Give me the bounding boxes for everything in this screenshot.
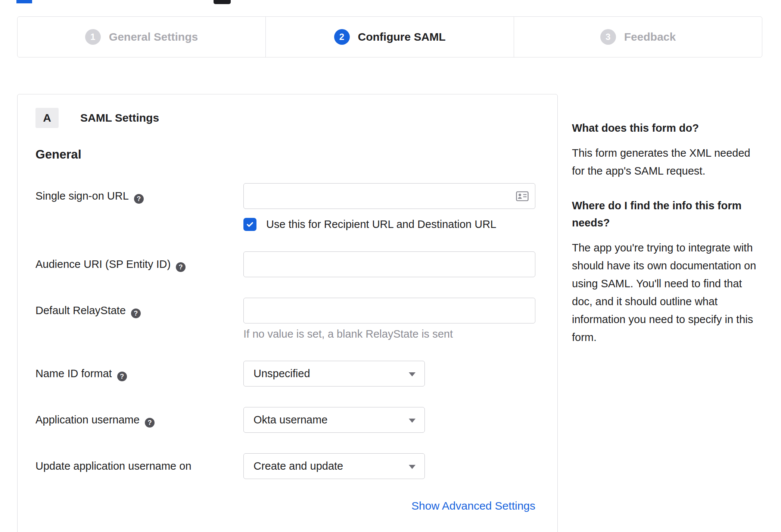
checkmark-icon — [246, 220, 254, 229]
step-label: Configure SAML — [358, 31, 446, 43]
name-id-format-label-wrap: Name ID format? — [35, 361, 243, 387]
wizard-stepper: 1 General Settings 2 Configure SAML 3 Fe… — [17, 16, 762, 57]
name-id-format-help-icon[interactable]: ? — [117, 372, 127, 381]
name-id-format-selected: Unspecified — [253, 367, 310, 380]
step-configure-saml[interactable]: 2 Configure SAML — [265, 17, 514, 57]
sso-url-row: Single sign-on URL? — [35, 183, 539, 231]
update-username-label: Update application username on — [35, 460, 192, 472]
audience-uri-row: Audience URI (SP Entity ID)? — [35, 251, 539, 277]
section-a-badge: A — [35, 108, 59, 128]
general-group-title: General — [35, 147, 539, 162]
step-label: General Settings — [109, 31, 198, 43]
step-feedback[interactable]: 3 Feedback — [514, 17, 762, 57]
relay-state-help-icon[interactable]: ? — [131, 309, 141, 318]
audience-uri-help-icon[interactable]: ? — [176, 262, 186, 272]
application-username-help-icon[interactable]: ? — [145, 418, 155, 428]
update-username-label-wrap: Update application username on — [35, 453, 243, 479]
show-advanced-settings-link[interactable]: Show Advanced Settings — [411, 500, 535, 512]
step-number-badge: 3 — [600, 29, 616, 45]
help-heading-what: What does this form do? — [572, 119, 760, 137]
cropped-settings-icon-fragment — [214, 0, 231, 4]
application-username-label-wrap: Application username? — [35, 407, 243, 433]
recipient-url-checkbox[interactable] — [243, 218, 256, 231]
panel-header: A SAML Settings — [35, 108, 539, 128]
audience-uri-input[interactable] — [243, 251, 535, 277]
application-username-select[interactable]: Okta username — [243, 407, 425, 433]
sso-url-label: Single sign-on URL — [35, 190, 129, 202]
cropped-app-logo-fragment — [16, 0, 32, 3]
update-username-select[interactable]: Create and update — [243, 453, 425, 479]
advanced-settings-row: Show Advanced Settings — [35, 500, 535, 512]
relay-state-label: Default RelayState — [35, 304, 126, 316]
relay-state-hint: If no value is set, a blank RelayState i… — [243, 328, 539, 340]
step-number-badge: 2 — [334, 29, 350, 45]
recipient-url-checkbox-label[interactable]: Use this for Recipient URL and Destinati… — [266, 218, 496, 231]
application-username-selected: Okta username — [253, 414, 327, 426]
help-heading-where: Where do I find the info this form needs… — [572, 197, 760, 231]
relay-state-input[interactable] — [243, 298, 535, 323]
name-id-format-label: Name ID format — [35, 367, 112, 379]
audience-uri-label: Audience URI (SP Entity ID) — [35, 258, 171, 270]
sso-url-label-wrap: Single sign-on URL? — [35, 183, 243, 231]
caret-down-icon — [409, 419, 416, 423]
step-label: Feedback — [624, 31, 676, 43]
sso-url-help-icon[interactable]: ? — [134, 194, 144, 204]
update-username-row: Update application username on Create an… — [35, 453, 539, 479]
panel-title: SAML Settings — [80, 112, 159, 124]
name-id-format-select[interactable]: Unspecified — [243, 361, 425, 387]
help-body-where: The app you're trying to integrate with … — [572, 239, 760, 346]
caret-down-icon — [409, 465, 416, 469]
saml-settings-panel: A SAML Settings General Single sign-on U… — [17, 94, 558, 532]
caret-down-icon — [409, 372, 416, 376]
update-username-selected: Create and update — [253, 460, 343, 472]
audience-uri-label-wrap: Audience URI (SP Entity ID)? — [35, 251, 243, 277]
relay-state-label-wrap: Default RelayState? — [35, 298, 243, 340]
name-id-format-row: Name ID format? Unspecified — [35, 361, 539, 387]
application-username-label: Application username — [35, 414, 140, 426]
relay-state-row: Default RelayState? If no value is set, … — [35, 298, 539, 340]
help-sidebar: What does this form do? This form genera… — [572, 119, 760, 363]
step-number-badge: 1 — [85, 29, 101, 45]
application-username-row: Application username? Okta username — [35, 407, 539, 433]
recipient-url-checkbox-row: Use this for Recipient URL and Destinati… — [243, 218, 539, 231]
step-general-settings[interactable]: 1 General Settings — [18, 17, 265, 57]
help-body-what: This form generates the XML needed for t… — [572, 144, 760, 180]
contact-card-icon — [516, 191, 529, 201]
sso-url-input[interactable] — [243, 183, 535, 209]
